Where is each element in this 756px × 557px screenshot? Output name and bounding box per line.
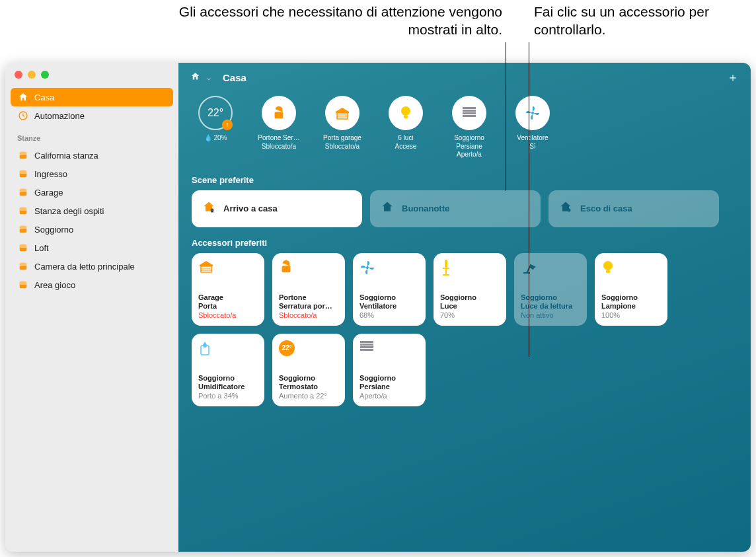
svg-rect-6 (20, 189, 27, 192)
accessory-state: Porto a 34% (198, 392, 258, 400)
lock-open-icon (262, 96, 296, 130)
status-line1: 6 luci (398, 134, 413, 143)
sidebar-room-item[interactable]: Loft (11, 239, 173, 257)
sidebar-room-label: Soggiorno (34, 225, 73, 235)
scene-label: Esco di casa (580, 204, 632, 213)
svg-rect-12 (20, 244, 27, 248)
sidebar: Casa Automazione Stanze California stanz… (5, 63, 178, 552)
sidebar-room-item[interactable]: Stanza degli ospiti (11, 202, 173, 220)
accessory-name: Serratura por… (279, 302, 338, 311)
sidebar-room-item[interactable]: California stanza (11, 146, 173, 165)
maximize-button[interactable] (41, 71, 49, 79)
minimize-button[interactable] (28, 71, 36, 79)
svg-rect-43 (360, 344, 373, 346)
accessory-name: Termostato (279, 383, 338, 391)
leader-line-left (506, 42, 506, 191)
svg-point-29 (568, 209, 571, 212)
svg-point-21 (401, 106, 410, 116)
svg-rect-36 (443, 268, 449, 269)
room-icon (17, 205, 29, 217)
svg-rect-18 (337, 113, 348, 119)
annotation-attention: Gli accessori che necessitano di attenzi… (178, 3, 502, 39)
home-icon (17, 91, 29, 103)
lock-open-icon (279, 260, 338, 277)
accessory-tile[interactable]: SoggiornoVentilatore68% (353, 253, 426, 326)
scene-tile[interactable]: Arrivo a casa (192, 190, 362, 227)
heating-badge-icon: ↑ (222, 120, 233, 130)
sidebar-room-label: Loft (34, 243, 49, 253)
close-button[interactable] (15, 71, 22, 79)
arrive-icon (202, 200, 215, 217)
svg-rect-42 (360, 341, 373, 343)
status-item[interactable]: Portone Ser…Sbloccato/a (255, 96, 303, 159)
chevron-down-icon[interactable]: ⌵ (207, 74, 211, 81)
scene-tile[interactable]: Esco di casa (548, 190, 719, 227)
accessory-room: Soggiorno (359, 374, 419, 383)
status-item[interactable]: Porta garageSbloccato/a (319, 96, 366, 159)
svg-point-39 (603, 261, 613, 270)
sidebar-item-automazione[interactable]: Automazione (11, 106, 173, 125)
room-icon (17, 260, 29, 272)
accessory-state: Aumento a 22° (279, 392, 338, 400)
sidebar-room-label: California stanza (34, 151, 98, 161)
sidebar-room-label: Camera da letto principale (34, 262, 135, 272)
sidebar-room-item[interactable]: Ingresso (11, 165, 173, 183)
status-row: 22° ↑ 💧 20% Portone Ser…Sbloccato/aPorta… (178, 92, 751, 165)
status-item[interactable]: VentilatoreSì (509, 96, 556, 159)
accessory-tile[interactable]: SoggiornoUmidificatorePorto a 34% (192, 334, 264, 406)
accessory-tile[interactable]: GaragePortaSbloccato/a (192, 253, 264, 326)
accessories-grid: GaragePortaSbloccato/aPortoneSerratura p… (178, 253, 751, 406)
accessory-tile[interactable]: SoggiornoPersianeAperto/a (353, 334, 426, 406)
sidebar-room-label: Garage (34, 188, 63, 198)
home-icon[interactable] (190, 71, 200, 83)
moon-icon (381, 200, 394, 217)
svg-rect-33 (282, 266, 291, 272)
sidebar-item-casa[interactable]: Casa (11, 88, 173, 106)
svg-rect-45 (360, 349, 373, 351)
accessory-room: Garage (198, 293, 258, 302)
leader-line-right (529, 42, 529, 357)
svg-rect-30 (201, 266, 211, 272)
status-climate[interactable]: 22° ↑ 💧 20% (192, 96, 239, 159)
main-content: ⌵ Casa ＋ 22° ↑ 💧 20% Portone Ser…Sblocca… (178, 63, 751, 552)
svg-rect-24 (463, 110, 476, 112)
status-line2: Sbloccato/a (325, 143, 359, 151)
scene-label: Arrivo a casa (223, 204, 278, 213)
annotation-click: Fai clic su un accessorio per controllar… (534, 3, 745, 39)
svg-rect-40 (606, 270, 610, 273)
sidebar-room-item[interactable]: Soggiorno (11, 220, 173, 239)
humidifier-icon (198, 340, 258, 357)
status-line1: Soggiorno Persiane (445, 134, 493, 151)
accessory-room: Soggiorno (440, 293, 500, 302)
status-item[interactable]: Soggiorno PersianeAperto/a (445, 96, 493, 159)
sidebar-room-item[interactable]: Camera da letto principale (11, 257, 173, 276)
accessory-tile[interactable]: SoggiornoLampione100% (595, 253, 667, 326)
add-button[interactable]: ＋ (727, 69, 739, 85)
scenes-list: Arrivo a casaBuonanotteEsco di casa (178, 190, 751, 227)
status-item[interactable]: 6 luciAccese (382, 96, 430, 159)
svg-rect-2 (20, 152, 27, 155)
svg-rect-37 (445, 269, 447, 274)
sidebar-rooms-list: California stanzaIngressoGarageStanza de… (5, 143, 178, 297)
accessory-tile[interactable]: SoggiornoLuce70% (434, 253, 506, 326)
temperature-value: 22° (208, 106, 223, 120)
blinds-icon (452, 96, 486, 130)
svg-rect-23 (463, 107, 476, 109)
fan-icon (515, 96, 550, 130)
accessory-tile[interactable]: PortoneSerratura por…Sbloccato/a (272, 253, 345, 326)
accessory-state: 68% (359, 311, 419, 319)
therm-icon: 22° (279, 340, 338, 357)
accessory-name: Luce (440, 302, 500, 311)
accessory-name: Luce da lettura (521, 302, 580, 311)
scene-tile[interactable]: Buonanotte (370, 190, 541, 227)
clock-icon (17, 110, 29, 122)
sidebar-room-item[interactable]: Area gioco (11, 276, 173, 294)
svg-rect-8 (20, 207, 27, 211)
svg-rect-14 (20, 263, 27, 266)
svg-rect-10 (20, 226, 27, 229)
sidebar-room-item[interactable]: Garage (11, 183, 173, 202)
room-icon (17, 149, 29, 161)
accessory-tile[interactable]: SoggiornoLuce da letturaNon attivo (514, 253, 587, 326)
accessory-tile[interactable]: 22°SoggiornoTermostatoAumento a 22° (272, 334, 345, 406)
accessory-state: 70% (440, 311, 500, 319)
